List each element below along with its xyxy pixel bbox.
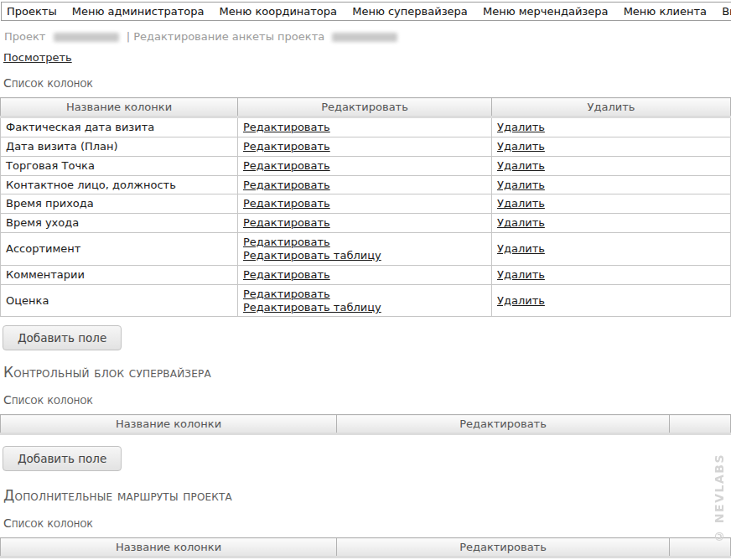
column-name-cell: Ассортимент: [1, 233, 238, 266]
menu-item-projects[interactable]: Проекты: [7, 5, 57, 18]
table-row: Контактное лицо, должность Редактировать…: [1, 175, 731, 194]
supervisor-section-title: Контрольный блок супервайзера: [3, 364, 731, 381]
columns-list-subtitle: Список колонок: [3, 393, 731, 407]
delete-link[interactable]: Удалить: [497, 268, 545, 282]
header-column-name: Название колонки: [1, 98, 238, 117]
menu-item-client[interactable]: Меню клиента: [624, 5, 707, 18]
columns-list-subtitle: Список колонок: [3, 76, 731, 90]
routes-columns-table: Название колонки Редактировать: [0, 537, 731, 558]
header-edit: Редактировать: [337, 415, 670, 434]
header-edit: Редактировать: [337, 538, 670, 557]
edit-link[interactable]: Редактировать: [243, 236, 486, 249]
delete-link[interactable]: Удалить: [497, 179, 545, 192]
top-menu-bar: Проекты Меню администратора Меню координ…: [1, 2, 731, 21]
table-header-row: Название колонки Редактировать: [1, 415, 731, 434]
table-row: Торговая Точка Редактировать Удалить: [1, 156, 731, 175]
edit-link[interactable]: Редактировать: [243, 216, 330, 230]
breadcrumb-separator: |: [127, 30, 130, 43]
column-name-cell: Комментарии: [1, 265, 238, 284]
edit-table-link[interactable]: Редактировать таблицу: [243, 301, 486, 314]
breadcrumb: Проект | Редактирование анкеты проекта: [4, 30, 731, 43]
header-extra: [670, 415, 731, 434]
delete-link[interactable]: Удалить: [497, 140, 545, 153]
edit-link[interactable]: Редактировать: [243, 140, 330, 153]
table-header-row: Название колонки Редактировать: [1, 538, 731, 557]
table-header-row: Название колонки Редактировать Удалить: [1, 98, 731, 117]
routes-section-title: Дополнительные маршруты проекта: [3, 487, 731, 504]
column-name-cell: Время ухода: [1, 214, 238, 233]
menu-item-merchandiser[interactable]: Меню мерчендайзера: [483, 5, 609, 18]
column-name-cell: Контактное лицо, должность: [1, 175, 238, 194]
breadcrumb-page-label: Редактирование анкеты проекта: [133, 30, 324, 43]
table-row: Комментарии Редактировать Удалить: [1, 265, 731, 284]
edit-table-link[interactable]: Редактировать таблицу: [243, 249, 486, 262]
column-name-cell: Дата визита (План): [1, 137, 238, 156]
table-row: Время прихода Редактировать Удалить: [1, 194, 731, 214]
delete-link[interactable]: Удалить: [497, 294, 545, 308]
menu-item-logout[interactable]: Выход: [722, 5, 731, 18]
table-row: Время ухода Редактировать Удалить: [1, 214, 731, 233]
column-name-cell: Торговая Точка: [1, 156, 238, 175]
add-field-button[interactable]: Добавить поле: [3, 446, 122, 471]
delete-link[interactable]: Удалить: [497, 197, 545, 210]
redacted-project-name: [332, 33, 397, 42]
column-name-cell: Время прихода: [1, 194, 238, 214]
supervisor-columns-table: Название колонки Редактировать: [0, 414, 731, 435]
header-delete: Удалить: [492, 98, 731, 117]
edit-link[interactable]: Редактировать: [243, 288, 486, 301]
header-edit: Редактировать: [238, 98, 492, 117]
main-columns-table: Название колонки Редактировать Удалить Ф…: [0, 97, 731, 317]
breadcrumb-project-label: Проект: [4, 30, 45, 43]
edit-link[interactable]: Редактировать: [243, 197, 330, 210]
delete-link[interactable]: Удалить: [497, 216, 545, 230]
table-row: Ассортимент Редактировать Редактировать …: [1, 233, 731, 266]
header-column-name: Название колонки: [1, 538, 337, 557]
nevlabs-watermark: © NEVLABS: [713, 451, 726, 543]
columns-list-subtitle: Список колонок: [3, 516, 731, 530]
menu-item-admin[interactable]: Меню администратора: [72, 5, 205, 18]
edit-link[interactable]: Редактировать: [243, 159, 330, 173]
delete-link[interactable]: Удалить: [497, 159, 545, 173]
column-name-cell: Фактическая дата визита: [1, 117, 238, 137]
table-row: Оценка Редактировать Редактировать табли…: [1, 284, 731, 317]
edit-link[interactable]: Редактировать: [243, 121, 330, 134]
column-name-cell: Оценка: [1, 284, 238, 317]
table-row: Дата визита (План) Редактировать Удалить: [1, 137, 731, 156]
edit-link[interactable]: Редактировать: [243, 268, 330, 282]
edit-link[interactable]: Редактировать: [243, 179, 330, 192]
view-link[interactable]: Посмотреть: [3, 51, 72, 64]
add-field-button[interactable]: Добавить поле: [3, 325, 122, 350]
header-column-name: Название колонки: [1, 415, 337, 434]
menu-item-coordinator[interactable]: Меню координатора: [220, 5, 337, 18]
table-row: Фактическая дата визита Редактировать Уд…: [1, 117, 731, 137]
menu-item-supervisor[interactable]: Меню супервайзера: [352, 5, 468, 18]
redacted-project-name: [54, 33, 119, 42]
delete-link[interactable]: Удалить: [497, 242, 545, 256]
delete-link[interactable]: Удалить: [497, 121, 545, 134]
